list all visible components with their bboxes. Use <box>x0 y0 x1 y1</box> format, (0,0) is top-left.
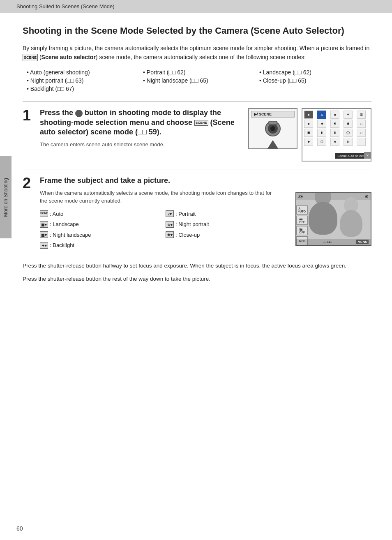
step1-images: ▶/ SCENE ■ S ■ <box>248 108 371 162</box>
step1-number: 1 <box>23 108 35 123</box>
step1-scene-icon: SCENE <box>194 120 208 126</box>
mode-cell: ◉ <box>344 120 353 128</box>
night-portrait-mode-icon: ☆▾ <box>166 221 174 228</box>
viewfinder-bottom-bar: ― 111 MENU <box>296 239 371 245</box>
vf-icon-right: ♼ <box>365 194 369 199</box>
sidebar-label: More on Shooting <box>0 156 12 238</box>
list-item-night-landscape: Night landscape (□□ 65) <box>143 77 255 84</box>
portrait-label: : Portrait <box>175 209 196 219</box>
mode-cell: ▶ <box>304 138 313 146</box>
icon-row-closeup: ❀▾ : Close-up <box>166 230 279 240</box>
mode-cell: ▷ <box>344 138 353 146</box>
step2-title: Frame the subject and take a picture. <box>40 176 279 185</box>
mode-cell: ■ <box>330 111 339 119</box>
step1-row: 1 Press the button in shooting mode to d… <box>23 108 371 162</box>
list-item-backlight: Backlight (□□ 67) <box>27 85 139 92</box>
icon-row-landscape: ▣▾ : Landscape <box>40 219 153 229</box>
mode-cell: ✦ <box>344 111 353 119</box>
landscape-mode-icon: ▣▾ <box>40 221 48 228</box>
mode-cell: ■ <box>304 111 313 119</box>
list-item-auto: Auto (general shooting) <box>27 69 139 76</box>
step2-bottom-text: Press the shutter-release button halfway… <box>23 261 371 283</box>
step1-screen1: ▶/ SCENE <box>248 108 297 149</box>
backlight-label: : Backlight <box>50 240 74 250</box>
mode-cell: ▮ <box>330 129 339 137</box>
viewfinder-top-bar: Z⸸ ♼ <box>296 193 371 200</box>
mode-cell: ◈ <box>317 120 326 128</box>
intro-bold: (Scene auto selector) scene mode, the ca… <box>39 54 306 60</box>
svg-point-2 <box>270 126 275 131</box>
step-divider <box>23 169 371 169</box>
vf-menu-label: MENU <box>356 240 369 244</box>
mode-cell: ▮ <box>317 129 326 137</box>
mode-cell: □ <box>357 129 366 137</box>
step1-title: Press the button in shooting mode to dis… <box>40 108 240 137</box>
scene-modes-list: Auto (general shooting) Portrait (□□ 62)… <box>23 69 371 92</box>
closeup-mode-icon: ❀▾ <box>166 231 174 238</box>
page-number: 60 <box>16 525 23 532</box>
step2-number: 2 <box>23 176 35 191</box>
vf-btn-auto: AᴬUTO <box>296 205 308 215</box>
mode-cell: ◫ <box>357 111 366 119</box>
step2-section: 2 Frame the subject and take a picture. … <box>23 176 371 283</box>
scene-auto-label: Scene auto selector <box>335 153 369 159</box>
vf-body2 <box>340 210 362 237</box>
vf-btn-off1: 📷OFF <box>296 216 308 225</box>
mode-grid: ■ S ■ ✦ ◫ ■ ◈ ☯ ◉ □ ▣ ▮ ▮ <box>302 109 371 148</box>
step2-content: 2 Frame the subject and take a picture. … <box>23 176 279 254</box>
night-landscape-mode-icon: ▦▾ <box>40 231 48 238</box>
bottom-text-1: Press the shutter-release button halfway… <box>23 261 371 270</box>
icon-row-portrait: Z▾ : Portrait <box>166 209 279 219</box>
icon-row-night-portrait: ☆▾ : Night portrait <box>166 219 279 229</box>
page-title: Shooting in the Scene Mode Selected by t… <box>23 25 371 37</box>
vf-body1 <box>309 202 337 235</box>
list-item-landscape: Landscape (□□ 62) <box>259 69 371 76</box>
step1-section: 1 Press the button in shooting mode to d… <box>23 101 371 162</box>
step1-desc: The camera enters scene auto selector sc… <box>40 141 240 149</box>
icon-row-night-landscape: ▦▾ : Night landscape <box>40 230 153 240</box>
icon-row-backlight: ✦▾ : Backlight <box>40 240 153 250</box>
night-landscape-label: : Night landscape <box>50 230 91 240</box>
icon-table: SCNE : Auto Z▾ : Portrait ▣▾ : Landscape <box>40 209 279 250</box>
step2-desc: When the camera automatically selects a … <box>40 189 279 205</box>
camera-icon-svg <box>263 120 283 138</box>
mode-cell: ☯ <box>330 120 339 128</box>
scene-label-bar: ▶/ SCENE <box>251 111 295 118</box>
svg-rect-3 <box>269 121 277 125</box>
night-portrait-label: : Night portrait <box>175 219 209 229</box>
top-bar-title: Shooting Suited to Scenes (Scene Mode) <box>16 3 114 9</box>
auto-label: : Auto <box>50 209 63 219</box>
mode-cell: ▢ <box>317 138 326 146</box>
intro-text-start: By simply framing a picture, the camera … <box>23 45 369 51</box>
main-content: Shooting in the Scene Mode Selected by t… <box>0 13 392 307</box>
mode-cell: □ <box>357 120 366 128</box>
landscape-label: : Landscape <box>50 219 79 229</box>
top-bar: Shooting Suited to Scenes (Scene Mode) <box>0 0 392 13</box>
auto-mode-icon: SCNE <box>40 210 48 217</box>
vf-shots-remaining: ― 111 <box>323 240 332 244</box>
scene-icon: SCENE <box>23 54 38 61</box>
step1-content: 1 Press the button in shooting mode to d… <box>23 108 240 148</box>
vf-btn-off2: 🎬OFF <box>296 226 308 235</box>
vf-icon-left: Z⸸ <box>298 194 303 199</box>
step2-viewfinder-container: Z⸸ ♼ AᴬUTO 📷OFF 🎬OFF INFO <box>287 176 371 246</box>
question-icon: ? <box>364 152 371 159</box>
mode-cell: ★ <box>330 138 339 146</box>
list-item-night-portrait: Night portrait (□□ 63) <box>27 77 139 84</box>
mode-cell <box>357 138 366 146</box>
mode-cell-highlighted: S <box>317 111 326 119</box>
portrait-mode-icon: Z▾ <box>166 210 174 217</box>
step2-row: 2 Frame the subject and take a picture. … <box>23 176 371 254</box>
closeup-label: : Close-up <box>175 230 200 240</box>
mode-cell: ▣ <box>304 129 313 137</box>
mode-cell: ◯ <box>344 129 353 137</box>
list-item-closeup: Close-up (□□ 65) <box>259 77 371 84</box>
intro-paragraph: By simply framing a picture, the camera … <box>23 44 371 62</box>
bottom-text-2: Press the shutter-release button the res… <box>23 275 371 284</box>
backlight-mode-icon: ✦▾ <box>40 242 48 249</box>
mode-cell: ■ <box>304 120 313 128</box>
icon-row-auto: SCNE : Auto <box>40 209 153 219</box>
step1-screen2: ■ S ■ ✦ ◫ ■ ◈ ☯ ◉ □ ▣ ▮ ▮ <box>302 108 371 162</box>
viewfinder: Z⸸ ♼ AᴬUTO 📷OFF 🎬OFF INFO <box>295 192 371 246</box>
arrow-up-icon <box>267 140 279 149</box>
